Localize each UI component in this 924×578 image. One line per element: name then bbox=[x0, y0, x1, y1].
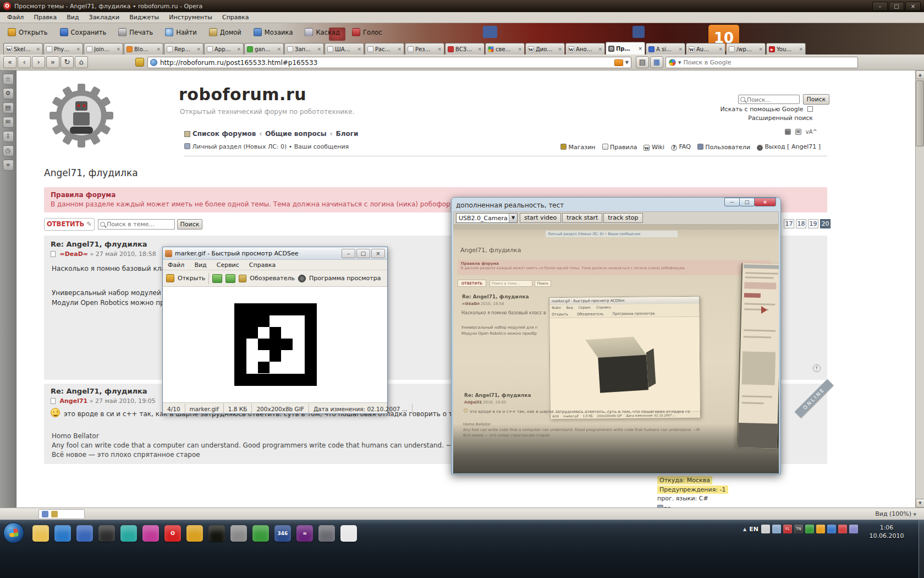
browser-tab[interactable]: Join… × bbox=[84, 43, 123, 54]
menu-item[interactable]: Справка bbox=[217, 13, 254, 22]
tab-close-icon[interactable]: × bbox=[518, 46, 522, 52]
top-link[interactable]: Выход [ Angel71 ] bbox=[757, 143, 821, 151]
acdsee-titlebar[interactable]: marker.gif - Быстрый просмотр ACDSee – □… bbox=[163, 247, 387, 260]
browser-tab[interactable]: Рез… × bbox=[405, 43, 444, 54]
tray-icon[interactable] bbox=[838, 525, 847, 533]
browser-tab[interactable]: Рас… × bbox=[365, 43, 404, 54]
tray-icon[interactable]: FL bbox=[783, 525, 792, 533]
tab-close-icon[interactable]: × bbox=[558, 46, 562, 52]
tray-icon[interactable] bbox=[805, 525, 814, 533]
page-view-button[interactable]: ▤ bbox=[636, 56, 649, 68]
taskbar-app-button[interactable] bbox=[52, 522, 74, 544]
taskbar-app-button[interactable] bbox=[140, 522, 162, 544]
panel-icon[interactable]: ⇩ bbox=[3, 131, 14, 142]
taskbar-app-button[interactable]: O bbox=[162, 522, 184, 544]
maximize-button[interactable]: □ bbox=[739, 198, 755, 206]
topic-search-button[interactable]: Поиск bbox=[177, 219, 202, 230]
site-search-input[interactable] bbox=[747, 96, 791, 103]
menu-item[interactable]: Инструменты bbox=[164, 13, 217, 22]
page-scrollbar[interactable]: ▲ ▼ bbox=[915, 70, 924, 508]
scroll-down-icon[interactable]: ▼ bbox=[916, 499, 924, 508]
menu-item[interactable]: Справка bbox=[244, 260, 280, 270]
close-button[interactable]: × bbox=[754, 198, 776, 206]
browser-tab[interactable]: све… × bbox=[485, 43, 525, 54]
tray-icon[interactable] bbox=[849, 525, 858, 533]
browser-tab[interactable]: Phy… × bbox=[43, 43, 83, 54]
menu-item[interactable]: Файл bbox=[2, 13, 29, 22]
tab-close-icon[interactable]: × bbox=[477, 46, 482, 52]
viewer-button[interactable]: Программа просмотра bbox=[309, 275, 381, 282]
tab-close-icon[interactable]: × bbox=[277, 46, 281, 52]
tab-close-icon[interactable]: × bbox=[598, 46, 602, 52]
tray-icon[interactable] bbox=[816, 525, 825, 533]
images-toggle-button[interactable]: ▦ bbox=[650, 56, 663, 68]
nav-button[interactable]: » bbox=[46, 56, 59, 68]
taskbar-app-button[interactable] bbox=[338, 522, 360, 544]
taskbar-app-button[interactable]: 346 bbox=[272, 522, 294, 544]
taskbar-app-button[interactable] bbox=[118, 522, 140, 544]
tray-icon[interactable] bbox=[761, 525, 770, 533]
toolbar-button[interactable]: Сохранить bbox=[54, 26, 112, 38]
open-icon[interactable] bbox=[166, 274, 174, 282]
print-icon[interactable]: ▤ bbox=[785, 129, 791, 135]
nav-button[interactable]: ‹ bbox=[18, 56, 31, 68]
tab-close-icon[interactable]: × bbox=[357, 46, 361, 52]
breadcrumb-item[interactable]: Список форумов bbox=[193, 130, 256, 138]
post-title[interactable]: Re: Angel71, флудилка bbox=[51, 387, 147, 395]
toolbar-button[interactable]: Каскад bbox=[299, 26, 345, 38]
page-number[interactable]: 18 bbox=[796, 219, 806, 228]
site-search-button[interactable]: Поиск bbox=[803, 94, 829, 105]
browser-tab[interactable]: ВСЗ… × bbox=[445, 43, 485, 54]
post-author[interactable]: =DeaD= bbox=[60, 250, 89, 258]
scroll-up-icon[interactable]: ▲ bbox=[916, 70, 924, 79]
browser-tab[interactable]: App… × bbox=[204, 43, 244, 54]
taskbar-app-button[interactable] bbox=[250, 522, 272, 544]
panel-icon[interactable]: ◷ bbox=[3, 145, 14, 156]
browser-tab[interactable]: Зап… × bbox=[284, 43, 324, 54]
breadcrumb-item[interactable]: Общие вопросы bbox=[256, 130, 326, 138]
window-control-button[interactable]: – bbox=[872, 2, 888, 11]
menu-item[interactable]: Закладки bbox=[84, 13, 125, 22]
top-link[interactable]: Правила bbox=[602, 144, 637, 151]
page-number[interactable]: 19 bbox=[808, 219, 818, 228]
zoom-control[interactable]: Вид (100%) ▼ bbox=[875, 510, 916, 517]
open-button[interactable]: Открыть bbox=[178, 275, 205, 282]
browser-tab[interactable]: Пр… × bbox=[606, 42, 645, 54]
address-dropdown-icon[interactable]: ▼ bbox=[625, 60, 629, 65]
post-title[interactable]: Re: Angel71, флудилка bbox=[51, 240, 147, 248]
page-number[interactable]: 20 bbox=[820, 219, 831, 228]
tab-close-icon[interactable]: × bbox=[76, 46, 80, 52]
taskbar-app-button[interactable] bbox=[228, 522, 250, 544]
tab-close-icon[interactable]: × bbox=[317, 46, 321, 52]
menu-item[interactable]: Файл bbox=[163, 260, 189, 270]
window-control-button[interactable]: □ bbox=[889, 2, 904, 11]
text-size-control[interactable]: vA^ bbox=[806, 129, 817, 135]
toolbar-button[interactable]: Мозаика bbox=[248, 26, 299, 38]
reply-button[interactable]: ОТВЕТИТЬ ✎ bbox=[44, 218, 95, 231]
tab-close-icon[interactable]: × bbox=[196, 46, 201, 52]
status-widget-icon[interactable] bbox=[51, 511, 58, 517]
panel-icon[interactable]: ▤ bbox=[3, 102, 14, 113]
tray-icon[interactable]: TN bbox=[794, 525, 803, 533]
top-link[interactable]: Магазин bbox=[560, 144, 595, 151]
hidden-icons-arrow[interactable]: ▲ bbox=[743, 527, 746, 532]
topic-search-input[interactable] bbox=[107, 221, 164, 228]
ar-action-button[interactable]: track stop bbox=[603, 213, 642, 223]
tray-icon[interactable] bbox=[827, 525, 836, 533]
toolbar-button[interactable]: Открыть bbox=[2, 26, 53, 38]
top-link[interactable]: Пользователи bbox=[697, 144, 750, 151]
browser-tab[interactable]: Au… × bbox=[686, 43, 725, 54]
taskbar-app-button[interactable] bbox=[316, 522, 338, 544]
web-search-input[interactable] bbox=[683, 59, 855, 66]
start-button[interactable] bbox=[3, 522, 24, 543]
tray-icon[interactable] bbox=[772, 525, 781, 533]
home-icon[interactable] bbox=[184, 131, 190, 137]
taskbar-app-button[interactable] bbox=[96, 522, 118, 544]
tab-close-icon[interactable]: × bbox=[36, 46, 40, 52]
top-link[interactable]: Wiki bbox=[644, 144, 664, 151]
browser-tab[interactable]: gan… × bbox=[244, 43, 284, 54]
nav-button[interactable]: ↻ bbox=[61, 56, 74, 68]
taskbar-app-button[interactable] bbox=[206, 522, 228, 544]
site-title[interactable]: roboforum.ru bbox=[179, 85, 306, 104]
browser-tab[interactable]: Rep… × bbox=[164, 43, 204, 54]
